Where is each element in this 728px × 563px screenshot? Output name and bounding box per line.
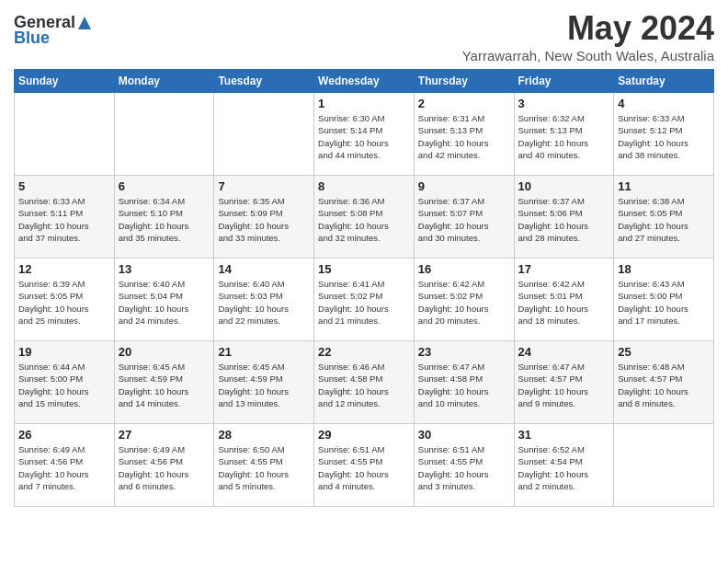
day-number: 24 — [518, 345, 610, 359]
calendar-cell: 8Sunrise: 6:36 AM Sunset: 5:08 PM Daylig… — [314, 176, 415, 259]
calendar-cell: 31Sunrise: 6:52 AM Sunset: 4:54 PM Dayli… — [514, 424, 614, 507]
day-info: Sunrise: 6:37 AM Sunset: 5:07 PM Dayligh… — [418, 195, 510, 244]
day-info: Sunrise: 6:44 AM Sunset: 5:00 PM Dayligh… — [18, 361, 110, 409]
page-header: General Blue May 2024 Yarrawarrah, New S… — [14, 9, 714, 63]
day-number: 12 — [18, 262, 110, 276]
day-info: Sunrise: 6:36 AM Sunset: 5:08 PM Dayligh… — [318, 195, 410, 244]
day-number: 30 — [418, 428, 510, 442]
calendar-cell: 23Sunrise: 6:47 AM Sunset: 4:58 PM Dayli… — [414, 341, 514, 424]
day-number: 20 — [119, 345, 210, 359]
day-info: Sunrise: 6:43 AM Sunset: 5:00 PM Dayligh… — [618, 278, 710, 327]
weekday-header-row: SundayMondayTuesdayWednesdayThursdayFrid… — [15, 70, 714, 93]
calendar-cell: 27Sunrise: 6:49 AM Sunset: 4:56 PM Dayli… — [114, 424, 214, 507]
day-info: Sunrise: 6:31 AM Sunset: 5:13 PM Dayligh… — [418, 112, 510, 161]
calendar-week-4: 19Sunrise: 6:44 AM Sunset: 5:00 PM Dayli… — [15, 341, 714, 424]
day-info: Sunrise: 6:34 AM Sunset: 5:10 PM Dayligh… — [119, 195, 210, 244]
calendar-cell: 6Sunrise: 6:34 AM Sunset: 5:10 PM Daylig… — [114, 176, 214, 259]
calendar-cell: 25Sunrise: 6:48 AM Sunset: 4:57 PM Dayli… — [614, 341, 714, 424]
day-number: 3 — [518, 97, 610, 110]
day-info: Sunrise: 6:45 AM Sunset: 4:59 PM Dayligh… — [119, 361, 210, 409]
day-number: 15 — [318, 262, 410, 276]
calendar-cell: 10Sunrise: 6:37 AM Sunset: 5:06 PM Dayli… — [514, 176, 614, 259]
day-number: 8 — [318, 179, 410, 193]
calendar-cell: 11Sunrise: 6:38 AM Sunset: 5:05 PM Dayli… — [614, 176, 714, 259]
weekday-header-saturday: Saturday — [614, 70, 714, 93]
calendar-cell: 14Sunrise: 6:40 AM Sunset: 5:03 PM Dayli… — [214, 259, 314, 341]
day-info: Sunrise: 6:42 AM Sunset: 5:02 PM Dayligh… — [418, 278, 510, 327]
day-number: 13 — [119, 262, 210, 276]
calendar-cell: 19Sunrise: 6:44 AM Sunset: 5:00 PM Dayli… — [15, 341, 115, 424]
calendar-cell: 13Sunrise: 6:40 AM Sunset: 5:04 PM Dayli… — [114, 259, 214, 341]
day-number: 16 — [418, 262, 510, 276]
calendar-cell: 22Sunrise: 6:46 AM Sunset: 4:58 PM Dayli… — [314, 341, 415, 424]
calendar-cell: 18Sunrise: 6:43 AM Sunset: 5:00 PM Dayli… — [614, 259, 714, 341]
weekday-header-tuesday: Tuesday — [214, 70, 314, 93]
calendar-table: SundayMondayTuesdayWednesdayThursdayFrid… — [14, 69, 714, 507]
day-info: Sunrise: 6:52 AM Sunset: 4:54 PM Dayligh… — [518, 443, 610, 492]
day-number: 6 — [119, 179, 210, 193]
weekday-header-monday: Monday — [114, 70, 214, 93]
calendar-week-5: 26Sunrise: 6:49 AM Sunset: 4:56 PM Dayli… — [15, 424, 714, 507]
weekday-header-thursday: Thursday — [414, 70, 514, 93]
day-info: Sunrise: 6:47 AM Sunset: 4:58 PM Dayligh… — [418, 361, 510, 409]
day-number: 21 — [218, 345, 310, 359]
day-number: 23 — [418, 345, 510, 359]
logo-blue: Blue — [14, 29, 50, 48]
day-number: 28 — [218, 428, 310, 442]
day-info: Sunrise: 6:42 AM Sunset: 5:01 PM Dayligh… — [518, 278, 610, 327]
day-info: Sunrise: 6:40 AM Sunset: 5:04 PM Dayligh… — [119, 278, 210, 327]
day-number: 17 — [518, 262, 610, 276]
calendar-cell — [214, 93, 314, 176]
day-number: 1 — [318, 97, 410, 110]
day-number: 25 — [618, 345, 710, 359]
calendar-cell: 16Sunrise: 6:42 AM Sunset: 5:02 PM Dayli… — [414, 259, 514, 341]
day-info: Sunrise: 6:32 AM Sunset: 5:13 PM Dayligh… — [518, 112, 610, 161]
calendar-cell — [15, 93, 115, 176]
day-info: Sunrise: 6:46 AM Sunset: 4:58 PM Dayligh… — [318, 361, 410, 409]
weekday-header-wednesday: Wednesday — [314, 70, 415, 93]
day-info: Sunrise: 6:35 AM Sunset: 5:09 PM Dayligh… — [218, 195, 310, 244]
day-info: Sunrise: 6:50 AM Sunset: 4:55 PM Dayligh… — [218, 443, 310, 492]
day-number: 18 — [618, 262, 710, 276]
calendar-cell: 21Sunrise: 6:45 AM Sunset: 4:59 PM Dayli… — [214, 341, 314, 424]
calendar-cell — [114, 93, 214, 176]
calendar-week-3: 12Sunrise: 6:39 AM Sunset: 5:05 PM Dayli… — [15, 259, 714, 341]
day-number: 19 — [18, 345, 110, 359]
location-title: Yarrawarrah, New South Wales, Australia — [462, 48, 714, 63]
day-info: Sunrise: 6:41 AM Sunset: 5:02 PM Dayligh… — [318, 278, 410, 327]
day-info: Sunrise: 6:33 AM Sunset: 5:12 PM Dayligh… — [618, 112, 710, 161]
svg-marker-0 — [78, 17, 91, 29]
day-info: Sunrise: 6:39 AM Sunset: 5:05 PM Dayligh… — [18, 278, 110, 327]
calendar-cell: 4Sunrise: 6:33 AM Sunset: 5:12 PM Daylig… — [614, 93, 714, 176]
calendar-cell: 26Sunrise: 6:49 AM Sunset: 4:56 PM Dayli… — [15, 424, 115, 507]
day-info: Sunrise: 6:38 AM Sunset: 5:05 PM Dayligh… — [618, 195, 710, 244]
day-info: Sunrise: 6:33 AM Sunset: 5:11 PM Dayligh… — [18, 195, 110, 244]
month-title: May 2024 — [462, 9, 714, 48]
calendar-cell: 9Sunrise: 6:37 AM Sunset: 5:07 PM Daylig… — [414, 176, 514, 259]
calendar-week-1: 1Sunrise: 6:30 AM Sunset: 5:14 PM Daylig… — [15, 93, 714, 176]
day-number: 7 — [218, 179, 310, 193]
day-number: 22 — [318, 345, 410, 359]
day-number: 5 — [18, 179, 110, 193]
day-number: 4 — [618, 97, 710, 110]
day-info: Sunrise: 6:48 AM Sunset: 4:57 PM Dayligh… — [618, 361, 710, 409]
day-info: Sunrise: 6:49 AM Sunset: 4:56 PM Dayligh… — [119, 443, 210, 492]
calendar-week-2: 5Sunrise: 6:33 AM Sunset: 5:11 PM Daylig… — [15, 176, 714, 259]
calendar-cell — [614, 424, 714, 507]
day-number: 29 — [318, 428, 410, 442]
day-info: Sunrise: 6:51 AM Sunset: 4:55 PM Dayligh… — [418, 443, 510, 492]
calendar-cell: 28Sunrise: 6:50 AM Sunset: 4:55 PM Dayli… — [214, 424, 314, 507]
calendar-cell: 29Sunrise: 6:51 AM Sunset: 4:55 PM Dayli… — [314, 424, 415, 507]
day-number: 26 — [18, 428, 110, 442]
day-info: Sunrise: 6:49 AM Sunset: 4:56 PM Dayligh… — [18, 443, 110, 492]
day-number: 27 — [119, 428, 210, 442]
weekday-header-friday: Friday — [514, 70, 614, 93]
day-number: 10 — [518, 179, 610, 193]
day-number: 2 — [418, 97, 510, 110]
calendar-cell: 1Sunrise: 6:30 AM Sunset: 5:14 PM Daylig… — [314, 93, 415, 176]
calendar-cell: 5Sunrise: 6:33 AM Sunset: 5:11 PM Daylig… — [15, 176, 115, 259]
calendar-cell: 2Sunrise: 6:31 AM Sunset: 5:13 PM Daylig… — [414, 93, 514, 176]
calendar-cell: 24Sunrise: 6:47 AM Sunset: 4:57 PM Dayli… — [514, 341, 614, 424]
calendar-cell: 15Sunrise: 6:41 AM Sunset: 5:02 PM Dayli… — [314, 259, 415, 341]
day-number: 9 — [418, 179, 510, 193]
